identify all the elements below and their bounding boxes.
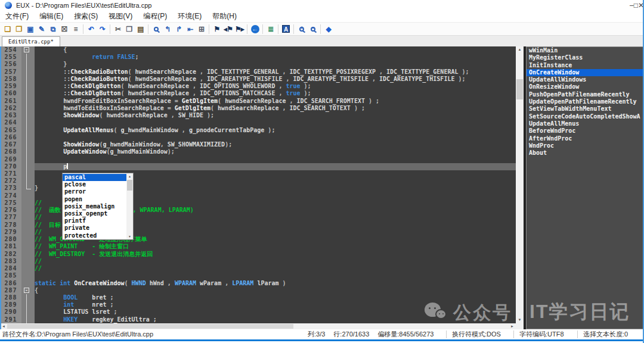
autocomplete-scrollbar[interactable]: ▲ ▼ xyxy=(126,173,133,239)
code-line[interactable]: 265 UpdateAllMenus( g_hwndMainWindow , g… xyxy=(0,127,516,134)
find-next-icon[interactable]: ↱ xyxy=(173,24,184,35)
scroll-down-icon[interactable]: ▼ xyxy=(126,233,133,239)
autocomplete-item[interactable]: popen xyxy=(63,196,126,203)
function-list-item[interactable]: BeforeWndProc xyxy=(527,127,643,135)
function-list-item[interactable]: SetSourceCodeAutoCompletedShowA xyxy=(527,113,643,120)
menu-view[interactable]: 视图(V) xyxy=(103,11,138,21)
menu-file[interactable]: 文件(F) xyxy=(0,11,34,21)
code-line[interactable]: 268 UpdateWindow(g_hwndMainWindow); xyxy=(0,148,516,155)
open-file-icon[interactable]: ❐ xyxy=(13,24,24,35)
code-line[interactable]: 281// WM_PAINT - 绘制主窗口 xyxy=(0,243,516,250)
menu-environment[interactable]: 环境(E) xyxy=(172,11,207,21)
code-line[interactable]: 257 ::CheckRadioButton( hwndSearchReplac… xyxy=(0,68,516,76)
replace-icon[interactable]: ⊞ xyxy=(196,24,207,35)
copy-icon[interactable]: ❒ xyxy=(123,24,135,35)
code-line[interactable]: 270 p xyxy=(0,163,516,170)
code-line[interactable]: 259 ::CheckDlgButton( hwndSearchReplace … xyxy=(0,83,516,90)
code-line[interactable]: 287-{ xyxy=(0,287,516,294)
code-line[interactable]: 266 xyxy=(0,134,516,141)
code-line[interactable]: 258 ::CheckRadioButton( hwndSearchReplac… xyxy=(0,76,516,83)
function-list-item[interactable]: AfterWndProc xyxy=(527,135,643,142)
scroll-up-icon[interactable]: ▲ xyxy=(516,46,524,53)
code-text: // WM_PAINT - 绘制主窗口 xyxy=(35,243,516,250)
save-all-icon[interactable]: ⧉ xyxy=(47,24,58,35)
function-list-item[interactable]: OnCreateWindow xyxy=(527,69,643,76)
menu-help[interactable]: 帮助(H) xyxy=(207,11,242,21)
code-line[interactable]: 255 return FALSE; xyxy=(0,54,516,61)
menu-program[interactable]: 编程(P) xyxy=(138,11,172,21)
save-icon[interactable]: ▣ xyxy=(24,24,36,35)
paste-icon[interactable]: ▤ xyxy=(135,24,146,35)
vscroll-thumb[interactable] xyxy=(516,79,523,99)
menu-search[interactable]: 搜索(S) xyxy=(69,11,103,21)
code-line[interactable]: 263 ShowWindow( hwndSearchReplace , SW_H… xyxy=(0,112,516,119)
code-line[interactable]: 264 xyxy=(0,119,516,126)
fold-collapse-icon[interactable]: - xyxy=(24,288,29,293)
hscroll-thumb[interactable] xyxy=(7,324,293,329)
close-file-icon[interactable]: ☒ xyxy=(58,24,70,35)
highlight-icon[interactable]: A xyxy=(280,24,292,35)
find-prev-icon[interactable]: ↰ xyxy=(162,24,173,35)
menu-edit[interactable]: 编辑(E) xyxy=(34,11,69,21)
scroll-up-icon[interactable]: ▲ xyxy=(126,173,133,179)
editor-vscrollbar[interactable]: ▲ ▼ xyxy=(516,46,524,323)
function-list-item[interactable]: UpdateOpenPathFilenameRecently xyxy=(527,98,643,105)
function-list-item[interactable]: OnResizeWindow xyxy=(527,83,643,91)
undo-icon[interactable]: ↶ xyxy=(85,24,97,35)
save-as-icon[interactable]: ✎ xyxy=(36,24,47,35)
file-list-icon[interactable]: ≡ xyxy=(70,24,81,35)
find-icon[interactable] xyxy=(150,24,162,35)
autocomplete-item[interactable]: posix_memalign xyxy=(63,203,126,210)
prev-bookmark-icon[interactable]: ◂⚑ xyxy=(222,24,234,35)
redo-icon[interactable]: ↷ xyxy=(97,24,108,35)
autocomplete-item[interactable]: protected xyxy=(63,232,126,239)
code-line[interactable]: 262 hwndToEditBoxInSearchReplace = GetDl… xyxy=(0,105,516,112)
function-list-item[interactable]: MyRegisterClass xyxy=(527,54,643,61)
autocomplete-item[interactable]: perror xyxy=(63,188,126,195)
code-line[interactable]: 283// xyxy=(0,258,516,265)
code-line[interactable]: 282// WM_DESTROY - 发送退出消息并返回 xyxy=(0,251,516,258)
code-line[interactable]: 256 } xyxy=(0,61,516,68)
symbol-list-icon[interactable]: ≣ xyxy=(265,24,276,35)
autocomplete-scroll-thumb[interactable] xyxy=(127,180,132,191)
code-line[interactable]: 269 xyxy=(0,156,516,163)
fold-collapse-icon[interactable]: - xyxy=(24,47,29,52)
minimize-button[interactable]: – xyxy=(630,1,634,10)
code-editor[interactable]: 254- {255 return FALSE;256 }257 ::CheckR… xyxy=(0,46,524,329)
function-list-item[interactable]: WndProc xyxy=(527,142,643,149)
bookmark-icon[interactable]: ⚑ xyxy=(211,24,222,35)
line-number: 286 xyxy=(0,280,21,287)
function-list-item[interactable]: InitInstance xyxy=(527,62,643,69)
fold-toggle[interactable]: - xyxy=(21,46,35,54)
code-line[interactable]: 261 hwndFromEditBoxInSearchReplace = Get… xyxy=(0,98,516,105)
function-list-item[interactable]: PushOpenPathFilenameRecently xyxy=(527,91,643,98)
autocomplete-item[interactable]: printf xyxy=(63,217,126,224)
fold-toggle[interactable]: - xyxy=(21,287,35,294)
about-icon[interactable]: ◆ xyxy=(323,24,334,35)
maximize-button[interactable]: □ xyxy=(634,1,638,10)
autocomplete-item[interactable]: private xyxy=(63,224,126,232)
autocomplete-item[interactable]: pascal xyxy=(63,174,126,181)
tab-editultra[interactable]: EditUltra.cpp* xyxy=(2,36,60,46)
goto-line-icon[interactable]: ⇤ xyxy=(184,24,196,35)
autocomplete-item[interactable]: posix_openpt xyxy=(63,210,126,217)
cut-icon[interactable]: ✂ xyxy=(112,24,123,35)
code-line[interactable]: 254- { xyxy=(0,46,516,54)
code-line[interactable]: 284// xyxy=(0,265,516,272)
function-list-item[interactable]: UpdateAllWindows xyxy=(527,76,643,83)
function-list-item[interactable]: UpdateAllMenus xyxy=(527,120,643,127)
autocomplete-item[interactable]: pclose xyxy=(63,181,126,188)
next-bookmark-icon[interactable]: ⚑▸ xyxy=(234,24,245,35)
code-line[interactable]: 267 ShowWindow(g_hwndMainWindow, SW_SHOW… xyxy=(0,141,516,148)
scroll-down-icon[interactable]: ▼ xyxy=(516,317,524,323)
code-line[interactable]: 285 xyxy=(0,272,516,279)
code-line[interactable]: 286static int OnCreateWindow( HWND hWnd … xyxy=(0,280,516,287)
function-list-item[interactable]: wWinMain xyxy=(527,47,643,54)
new-file-icon[interactable]: ❏ xyxy=(2,24,13,35)
function-list-item[interactable]: SetViewTabWidthMenuText xyxy=(527,105,643,113)
back-icon[interactable]: ← xyxy=(249,24,261,35)
zoom-in-icon[interactable] xyxy=(296,24,307,35)
code-line[interactable]: 260 ::CheckDlgButton( hwndSearchReplace … xyxy=(0,90,516,97)
function-list-item[interactable]: About xyxy=(527,149,643,157)
zoom-out-icon[interactable] xyxy=(307,24,318,35)
